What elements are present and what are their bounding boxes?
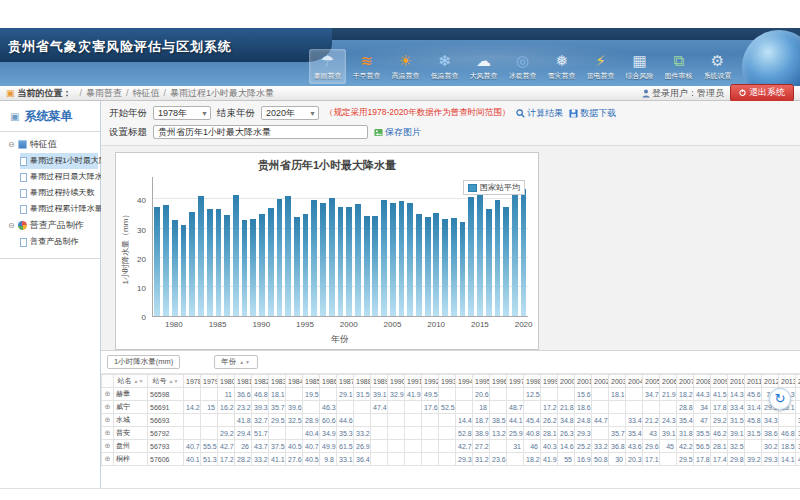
year-column-header[interactable]: 2011 — [745, 375, 762, 388]
nav-item-heat[interactable]: ☀高温普查 — [387, 49, 424, 84]
year-column-header[interactable]: 1993 — [439, 375, 456, 388]
nav-item-drought[interactable]: ≋干旱普查 — [348, 49, 385, 84]
value-cell: 40.4 — [303, 427, 320, 440]
chart-row: 贵州省历年1小时最大降水量010203040198019851990199520… — [101, 146, 800, 350]
column-header-站名[interactable]: 站名 ▲▼ — [114, 375, 148, 388]
year-column-header[interactable]: 2014 — [796, 375, 800, 388]
column-header-站号[interactable]: 站号 ▲▼ — [148, 375, 184, 388]
bar-1989 — [250, 219, 256, 316]
chevron-down-icon: ▼ — [309, 110, 316, 117]
nav-item-wind[interactable]: ☁大风普查 — [465, 49, 502, 84]
year-column-header[interactable]: 1980 — [218, 375, 235, 388]
tree-leaf-item[interactable]: 暴雨过程1小时最大降水量 — [20, 153, 98, 169]
tree-leaf-item[interactable]: 暴雨过程持续天数 — [20, 185, 98, 201]
value-cell — [303, 401, 320, 414]
year-column-header[interactable]: 1981 — [235, 375, 252, 388]
value-cell: 24.8 — [575, 414, 592, 427]
year-column-header[interactable]: 1985 — [303, 375, 320, 388]
year-column-header[interactable]: 1978 — [184, 375, 201, 388]
tree-leaf-item[interactable]: 暴雨过程日最大降水量 — [20, 169, 98, 185]
bar-2012 — [451, 218, 457, 316]
filter-chip-measure[interactable]: 1小时降水量(mm) — [107, 355, 180, 369]
year-column-header[interactable]: 1998 — [524, 375, 541, 388]
year-column-header[interactable]: 1992 — [422, 375, 439, 388]
row-expander-icon[interactable]: ⊕ — [102, 414, 114, 427]
row-expander-icon[interactable]: ⊕ — [102, 440, 114, 453]
nav-item-composite-risk[interactable]: ▦综合风险 — [621, 49, 658, 84]
year-column-header[interactable]: 1984 — [286, 375, 303, 388]
nav-item-cold[interactable]: ❄低温普查 — [426, 49, 463, 84]
year-column-header[interactable]: 1991 — [405, 375, 422, 388]
value-cell: 41.1 — [269, 453, 286, 466]
value-cell — [626, 388, 643, 401]
year-column-header[interactable]: 1979 — [201, 375, 218, 388]
year-column-header[interactable]: 2012 — [762, 375, 779, 388]
year-column-header[interactable]: 2004 — [626, 375, 643, 388]
nav-item-lightning[interactable]: ⚡雷电普查 — [582, 49, 619, 84]
year-column-header[interactable]: 2003 — [609, 375, 626, 388]
start-year-select[interactable]: 1978年▼ — [153, 106, 211, 120]
year-column-header[interactable]: 1995 — [473, 375, 490, 388]
year-column-header[interactable]: 1989 — [371, 375, 388, 388]
breadcrumb-separator: / — [126, 88, 129, 98]
nav-item-rain[interactable]: ☂暴雨普查 — [309, 49, 346, 84]
year-column-header[interactable]: 1994 — [456, 375, 473, 388]
bar-2005 — [390, 203, 396, 316]
nav-item-snow[interactable]: ❅雪灾普查 — [543, 49, 580, 84]
bar-slot-1991 — [266, 177, 275, 316]
year-column-header[interactable]: 1990 — [388, 375, 405, 388]
floating-service-button[interactable]: ↻ — [769, 388, 791, 410]
year-column-header[interactable]: 2008 — [694, 375, 711, 388]
nav-item-hail[interactable]: ◎冰雹普查 — [504, 49, 541, 84]
collapse-icon[interactable]: ⊖ — [8, 221, 15, 230]
breadcrumb-item[interactable]: 特征值 — [133, 88, 160, 98]
tree-leaf-item[interactable]: 普查产品制作 — [20, 234, 98, 250]
list-icon — [18, 140, 27, 149]
year-column-header[interactable]: 2013 — [779, 375, 796, 388]
value-cell: 31.1 — [796, 427, 800, 440]
year-column-header[interactable]: 1982 — [252, 375, 269, 388]
breadcrumb-item[interactable]: 暴雨过程1小时最大降水量 — [170, 88, 274, 98]
chart-title-input[interactable] — [153, 125, 368, 139]
collapse-icon[interactable]: ⊖ — [8, 140, 15, 149]
year-column-header[interactable]: 2010 — [728, 375, 745, 388]
bar-slot-1996 — [310, 177, 319, 316]
year-column-header[interactable]: 1987 — [337, 375, 354, 388]
logout-button[interactable]: 退出系统 — [730, 84, 794, 102]
value-cell: 26.3 — [558, 427, 575, 440]
nav-item-settings[interactable]: ⚙系统设置 — [699, 49, 736, 84]
row-expander-icon[interactable]: ⊕ — [102, 401, 114, 414]
year-column-header[interactable]: 1983 — [269, 375, 286, 388]
sort-icons[interactable]: ▲▼ — [134, 378, 144, 384]
year-column-header[interactable]: 2000 — [558, 375, 575, 388]
save-image-button[interactable]: 保存图片 — [374, 126, 421, 139]
breadcrumb-item[interactable]: 暴雨普查 — [86, 88, 122, 98]
location-icon: ▣ — [6, 88, 15, 98]
row-expander-icon[interactable]: ⊕ — [102, 427, 114, 440]
sort-icons[interactable]: ▲▼ — [239, 359, 251, 365]
year-column-header[interactable]: 1996 — [490, 375, 507, 388]
year-column-header[interactable]: 2005 — [643, 375, 660, 388]
x-axis-tick: 2000 — [336, 320, 362, 329]
year-column-header[interactable]: 1999 — [541, 375, 558, 388]
filter-chip-year[interactable]: 年份▲▼ — [214, 355, 258, 369]
year-column-header[interactable]: 2007 — [677, 375, 694, 388]
year-column-header[interactable]: 2001 — [575, 375, 592, 388]
year-column-header[interactable]: 2002 — [592, 375, 609, 388]
data-download-button[interactable]: 数据下载 — [569, 107, 616, 120]
year-column-header[interactable]: 1986 — [320, 375, 337, 388]
end-year-select[interactable]: 2020年▼ — [261, 106, 319, 120]
y-axis-label: 1小时降水量（mm） — [120, 198, 131, 298]
calc-result-button[interactable]: 计算结果 — [516, 107, 563, 120]
nav-item-map-review[interactable]: ⧉图件审核 — [660, 49, 697, 84]
year-column-header[interactable]: 2006 — [660, 375, 677, 388]
year-column-header[interactable]: 1988 — [354, 375, 371, 388]
sort-icons[interactable]: ▲▼ — [169, 378, 179, 384]
year-column-header[interactable]: 1997 — [507, 375, 524, 388]
tree-node-特征值[interactable]: ⊖特征值 — [4, 136, 98, 153]
row-expander-icon[interactable]: ⊕ — [102, 453, 114, 466]
year-column-header[interactable]: 2009 — [711, 375, 728, 388]
tree-leaf-item[interactable]: 暴雨过程累计降水量 — [20, 201, 98, 217]
row-expander-icon[interactable]: ⊕ — [102, 388, 114, 401]
tree-node-普查产品制作[interactable]: ⊖普查产品制作 — [4, 217, 98, 234]
